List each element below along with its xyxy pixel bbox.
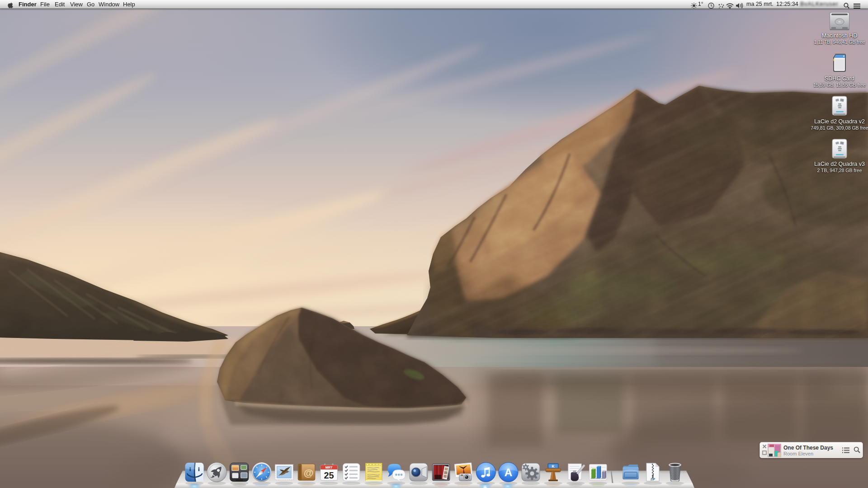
svg-text:25: 25 [324,470,334,480]
svg-text:MRT: MRT [326,465,333,469]
svg-text:ZIP: ZIP [651,478,656,481]
svg-text:A: A [505,466,513,479]
svg-text:K: K [552,465,555,469]
svg-text:@: @ [304,467,314,479]
